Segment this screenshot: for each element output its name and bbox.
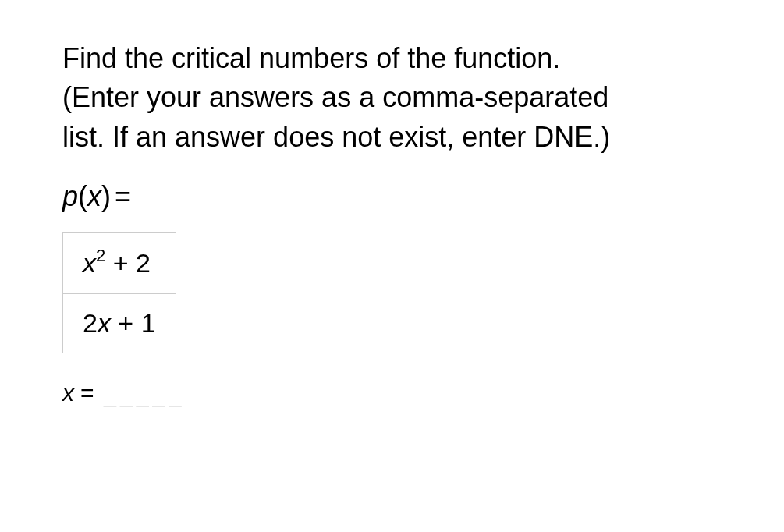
denominator-x: x — [98, 308, 111, 338]
numerator-exponent: 2 — [96, 246, 105, 265]
problem-line-1: Find the critical numbers of the functio… — [62, 42, 560, 74]
fraction-denominator: 2x + 1 — [63, 294, 176, 353]
fraction-expression: x2 + 2 2x + 1 — [62, 232, 176, 353]
numerator-rest: + 2 — [105, 249, 151, 278]
problem-statement: Find the critical numbers of the functio… — [62, 39, 722, 157]
answer-blank[interactable]: _____ — [104, 381, 185, 406]
problem-line-3: list. If an answer does not exist, enter… — [62, 121, 610, 153]
close-paren: ) — [101, 180, 111, 212]
function-variable: x — [87, 180, 101, 212]
denominator-rest: + 1 — [111, 308, 156, 338]
equals-sign: = — [115, 180, 131, 212]
fraction-numerator: x2 + 2 — [63, 233, 176, 293]
function-name: p — [62, 180, 78, 212]
answer-row: x = _____ — [62, 380, 722, 406]
open-paren: ( — [78, 180, 87, 212]
numerator-x: x — [83, 249, 96, 278]
problem-line-2: (Enter your answers as a comma-separated — [62, 81, 608, 113]
answer-variable: x — [62, 380, 74, 406]
function-definition: p(x)= — [62, 180, 722, 213]
denominator-coef: 2 — [83, 308, 98, 338]
answer-equals: = — [80, 380, 94, 406]
fraction-box: x2 + 2 2x + 1 — [62, 232, 176, 353]
